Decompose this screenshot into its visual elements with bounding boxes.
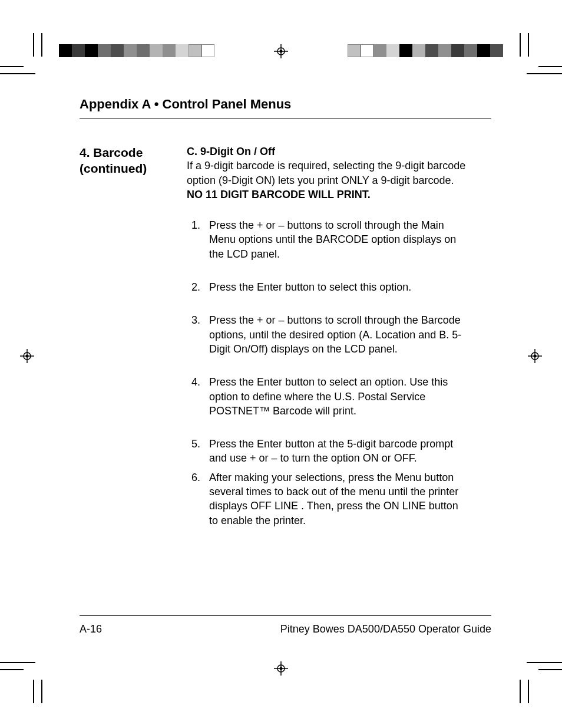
subsection-heading: C. 9-Digit On / Off: [187, 144, 467, 159]
side-heading-line1: 4. Barcode: [80, 144, 180, 160]
footer-guide-title: Pitney Bowes DA500/DA550 Operator Guide: [280, 623, 491, 635]
side-heading-line2: (continued): [80, 160, 180, 176]
crop-mark: [0, 669, 24, 670]
crop-mark: [538, 669, 562, 670]
crop-mark: [528, 33, 529, 57]
crop-mark: [528, 680, 529, 703]
step-item: Press the Enter button at the 5-digit ba…: [203, 437, 467, 466]
svg-point-3: [280, 50, 283, 53]
svg-point-7: [26, 355, 29, 358]
crop-mark: [33, 33, 34, 57]
footer-rule: [80, 615, 491, 616]
crop-mark: [0, 662, 35, 663]
crop-mark: [527, 662, 562, 663]
registration-target-icon: [274, 44, 288, 61]
header-title: Appendix A • Control Panel Menus: [80, 97, 491, 112]
body-column: C. 9-Digit On / Off If a 9-digit barcode…: [187, 144, 467, 528]
printer-color-bar-right: [348, 44, 503, 57]
intro-paragraph: If a 9-digit barcode is required, select…: [187, 159, 467, 202]
section-side-heading: 4. Barcode (continued): [80, 144, 180, 177]
page-footer: A-16 Pitney Bowes DA500/DA550 Operator G…: [80, 615, 491, 635]
step-list: Press the + or – buttons to scroll throu…: [203, 218, 467, 528]
document-page: Appendix A • Control Panel Menus 4. Barc…: [0, 0, 562, 728]
registration-target-icon: [528, 349, 542, 365]
crop-mark: [527, 73, 562, 74]
step-item: Press the + or – buttons to scroll throu…: [203, 313, 467, 356]
registration-target-icon: [20, 349, 34, 365]
intro-bold-warning: NO 11 DIGIT BARCODE WILL PRINT.: [187, 189, 371, 200]
crop-mark: [33, 680, 34, 703]
registration-target-icon: [274, 661, 288, 678]
step-item: Press the Enter button to select an opti…: [203, 375, 467, 418]
printer-color-bar-left: [59, 44, 214, 57]
crop-mark: [0, 73, 35, 74]
crop-mark: [538, 66, 562, 67]
header-rule: [80, 118, 491, 118]
step-item: After making your selections, press the …: [203, 470, 467, 528]
step-item: Press the Enter button to select this op…: [203, 280, 467, 294]
page-header: Appendix A • Control Panel Menus: [80, 97, 491, 123]
crop-mark: [520, 680, 521, 703]
page-number: A-16: [80, 623, 102, 635]
svg-point-11: [534, 355, 537, 358]
intro-text: If a 9-digit barcode is required, select…: [187, 160, 465, 186]
crop-mark: [520, 33, 521, 57]
crop-mark: [0, 66, 24, 67]
crop-mark: [41, 680, 42, 703]
step-item: Press the + or – buttons to scroll throu…: [203, 218, 467, 261]
svg-point-15: [280, 667, 283, 670]
crop-mark: [41, 33, 42, 57]
